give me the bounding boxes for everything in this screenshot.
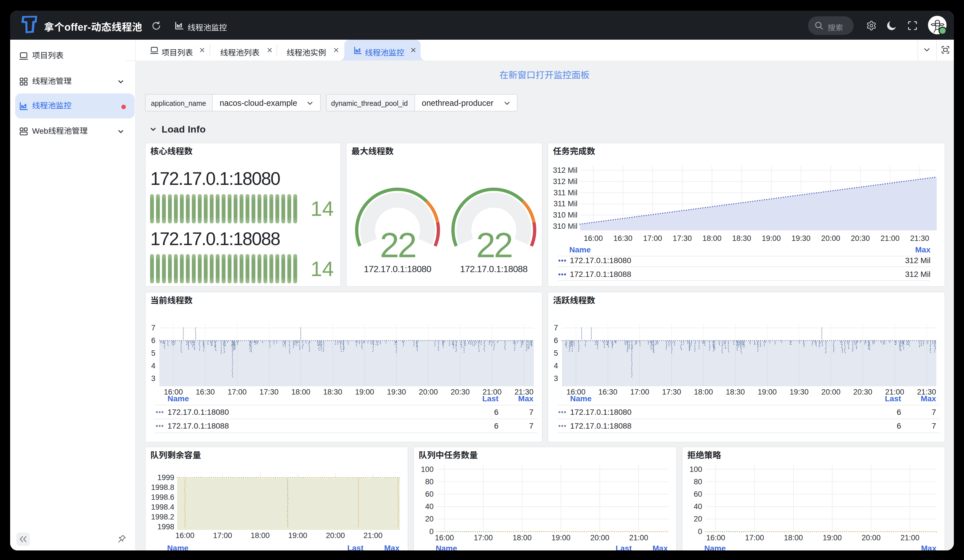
svg-text:17:30: 17:30 <box>260 388 279 396</box>
svg-text:0: 0 <box>429 528 433 536</box>
svg-text:172.17.0.1:18088: 172.17.0.1:18088 <box>168 422 229 430</box>
svg-text:20:00: 20:00 <box>326 531 345 540</box>
svg-text:19:30: 19:30 <box>791 234 811 243</box>
svg-text:Max: Max <box>921 544 936 550</box>
svg-text:172.17.0.1:18080: 172.17.0.1:18080 <box>570 256 631 265</box>
svg-text:20:00: 20:00 <box>861 534 881 542</box>
svg-text:Name: Name <box>569 245 591 254</box>
svg-text:3: 3 <box>554 374 558 383</box>
svg-text:172.17.0.1:18080: 172.17.0.1:18080 <box>168 408 229 417</box>
svg-text:17:30: 17:30 <box>662 388 681 396</box>
svg-text:6: 6 <box>494 408 498 417</box>
svg-text:最大线程数: 最大线程数 <box>352 147 394 156</box>
svg-text:1998.6: 1998.6 <box>151 493 174 502</box>
svg-text:172.17.0.1:18080: 172.17.0.1:18080 <box>364 264 432 274</box>
svg-text:172.17.0.1:18088: 172.17.0.1:18088 <box>460 264 528 274</box>
svg-text:1998.8: 1998.8 <box>151 483 174 492</box>
svg-text:1998.2: 1998.2 <box>151 513 174 521</box>
svg-text:311 Mil: 311 Mil <box>554 188 577 197</box>
svg-text:17:00: 17:00 <box>213 531 232 540</box>
svg-text:20: 20 <box>694 515 702 523</box>
svg-text:21:00: 21:00 <box>880 234 899 243</box>
svg-text:19:00: 19:00 <box>552 534 571 542</box>
svg-text:21:00: 21:00 <box>363 531 383 540</box>
svg-text:22: 22 <box>476 226 511 265</box>
svg-text:18:00: 18:00 <box>694 388 713 396</box>
svg-text:20:00: 20:00 <box>419 388 438 396</box>
svg-text:16:00: 16:00 <box>584 234 603 243</box>
svg-text:7: 7 <box>529 422 534 430</box>
svg-text:3: 3 <box>151 374 155 383</box>
svg-text:Max: Max <box>518 394 534 403</box>
svg-text:17:00: 17:00 <box>643 234 662 243</box>
svg-text:310 Mil: 310 Mil <box>553 222 577 230</box>
svg-text:7: 7 <box>931 422 936 430</box>
svg-text:当前线程数: 当前线程数 <box>150 296 192 305</box>
svg-text:18:00: 18:00 <box>291 388 311 396</box>
svg-text:Last: Last <box>885 394 901 403</box>
svg-text:18:00: 18:00 <box>784 534 803 542</box>
svg-text:60: 60 <box>425 490 433 498</box>
svg-text:16:00: 16:00 <box>706 534 725 542</box>
svg-text:21:00: 21:00 <box>900 534 920 542</box>
svg-text:16:00: 16:00 <box>435 534 454 542</box>
svg-text:17:00: 17:00 <box>474 534 493 542</box>
svg-text:队列中任务数量: 队列中任务数量 <box>418 451 478 460</box>
svg-text:21:00: 21:00 <box>629 534 648 542</box>
svg-text:100: 100 <box>689 465 702 474</box>
svg-text:21:30: 21:30 <box>910 234 929 243</box>
svg-text:172.17.0.1:18080: 172.17.0.1:18080 <box>150 169 280 189</box>
svg-text:Name: Name <box>436 544 457 550</box>
svg-text:18:00: 18:00 <box>251 531 270 540</box>
svg-text:17:00: 17:00 <box>745 534 764 542</box>
svg-text:1998: 1998 <box>157 523 174 531</box>
svg-text:19:30: 19:30 <box>387 388 406 396</box>
svg-text:312 Mil: 312 Mil <box>553 166 577 174</box>
svg-text:1999: 1999 <box>157 473 174 482</box>
svg-text:18:00: 18:00 <box>513 534 532 542</box>
svg-text:40: 40 <box>694 502 702 511</box>
svg-text:16:30: 16:30 <box>598 388 617 396</box>
svg-text:20: 20 <box>425 515 433 523</box>
svg-text:16:30: 16:30 <box>614 234 633 243</box>
svg-text:6: 6 <box>494 422 498 430</box>
svg-text:18:00: 18:00 <box>702 234 721 243</box>
svg-text:7: 7 <box>529 408 534 417</box>
svg-text:7: 7 <box>151 324 155 332</box>
svg-text:60: 60 <box>694 490 702 498</box>
svg-text:16:30: 16:30 <box>196 388 215 396</box>
svg-text:17:00: 17:00 <box>630 388 649 396</box>
svg-text:7: 7 <box>554 324 558 332</box>
svg-text:活跃线程数: 活跃线程数 <box>553 296 595 305</box>
svg-text:172.17.0.1:18088: 172.17.0.1:18088 <box>570 270 631 279</box>
svg-text:Max: Max <box>653 544 668 550</box>
svg-text:14: 14 <box>311 257 334 281</box>
svg-text:Name: Name <box>168 394 189 403</box>
svg-text:16:00: 16:00 <box>176 531 195 540</box>
svg-text:4: 4 <box>554 362 558 370</box>
svg-text:Name: Name <box>167 544 188 550</box>
svg-text:311 Mil: 311 Mil <box>554 200 577 208</box>
svg-text:1998.4: 1998.4 <box>151 503 174 511</box>
svg-text:312 Mil: 312 Mil <box>905 256 930 265</box>
svg-text:Max: Max <box>921 394 936 403</box>
svg-text:22: 22 <box>380 226 415 265</box>
svg-text:6: 6 <box>151 336 155 345</box>
svg-text:Last: Last <box>482 394 498 403</box>
svg-text:Name: Name <box>704 544 726 550</box>
svg-text:6: 6 <box>897 408 901 417</box>
svg-text:40: 40 <box>425 502 433 511</box>
svg-text:20:30: 20:30 <box>851 234 870 243</box>
svg-text:核心线程数: 核心线程数 <box>150 147 192 156</box>
svg-text:100: 100 <box>421 465 433 474</box>
svg-text:19:00: 19:00 <box>758 388 777 396</box>
svg-text:队列剩余容量: 队列剩余容量 <box>150 451 201 460</box>
svg-text:20:00: 20:00 <box>821 234 840 243</box>
svg-text:Last: Last <box>616 544 632 550</box>
svg-text:0: 0 <box>698 528 702 536</box>
svg-text:Name: Name <box>570 394 591 403</box>
svg-text:80: 80 <box>425 477 433 486</box>
svg-text:19:00: 19:00 <box>355 388 374 396</box>
svg-text:20:30: 20:30 <box>853 388 873 396</box>
svg-text:14: 14 <box>311 197 334 220</box>
